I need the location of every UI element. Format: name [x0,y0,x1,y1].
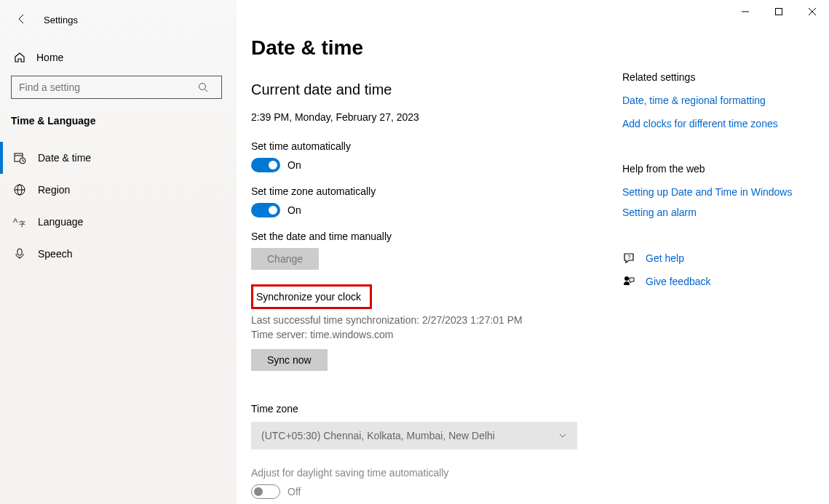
sync-now-button[interactable]: Sync now [251,349,328,371]
right-pane: Related settings Date, time & regional f… [622,36,829,504]
get-help-row[interactable]: ? Get help [622,252,829,265]
set-time-auto-label: Set time automatically [251,140,622,152]
home-nav[interactable]: Home [0,45,222,70]
link-help-datetime[interactable]: Setting up Date and Time in Windows [622,186,829,198]
main-content: Date & time Current date and time 2:39 P… [237,0,829,504]
current-datetime-heading: Current date and time [251,81,622,98]
give-feedback-row[interactable]: Give feedback [622,275,829,288]
language-icon: A字 [13,215,26,228]
set-zone-auto-state: On [287,204,301,216]
close-button[interactable] [796,0,829,23]
svg-point-15 [624,276,629,281]
home-icon [13,51,26,64]
search-icon [198,82,221,92]
maximize-button[interactable] [762,0,796,23]
nav-label: Language [38,216,83,228]
link-add-clocks[interactable]: Add clocks for different time zones [622,118,829,129]
dst-toggle [251,484,280,499]
nav-item-region[interactable]: Region [0,174,237,206]
svg-line-1 [205,89,208,92]
nav-label: Region [38,184,70,196]
related-settings-heading: Related settings [622,71,829,83]
sync-clock-heading: Synchronize your clock [251,284,372,309]
nav-label: Date & time [38,152,91,164]
svg-text:?: ? [627,254,631,260]
search-input[interactable] [12,81,198,93]
dst-label: Adjust for daylight saving time automati… [251,467,622,479]
calendar-clock-icon [13,151,26,164]
set-zone-auto-toggle[interactable] [251,203,280,217]
timezone-value: (UTC+05:30) Chennai, Kolkata, Mumbai, Ne… [261,430,495,441]
nav-label: Speech [38,248,72,260]
svg-point-0 [199,84,206,90]
link-help-alarm[interactable]: Setting an alarm [622,207,829,218]
svg-text:A: A [13,217,17,224]
search-box[interactable] [11,76,222,99]
back-button[interactable] [16,13,28,25]
help-chat-icon: ? [622,252,635,265]
set-time-auto-toggle[interactable] [251,158,280,172]
feedback-icon [622,275,635,288]
set-zone-auto-label: Set time zone automatically [251,185,622,197]
nav-item-speech[interactable]: Speech [0,238,237,270]
dst-state: Off [287,486,301,497]
category-heading: Time & Language [11,115,95,127]
chevron-down-icon [558,431,567,440]
window-title: Settings [44,15,78,25]
change-button: Change [251,248,319,270]
svg-rect-12 [17,249,22,255]
page-title: Date & time [251,36,622,60]
give-feedback-link[interactable]: Give feedback [646,276,711,287]
nav-item-date-time[interactable]: Date & time [0,142,237,174]
globe-icon [13,183,26,196]
sidebar: Settings Home Time & Language Date & tim… [0,0,237,504]
svg-rect-17 [776,9,782,15]
nav-item-language[interactable]: A字 Language [0,206,237,238]
nav-list: Date & time Region A字 Language Speech [0,142,237,270]
set-time-auto-state: On [287,159,301,171]
sync-last-text: Last successful time synchronization: 2/… [251,313,622,328]
link-regional-formatting[interactable]: Date, time & regional formatting [622,95,829,106]
home-label: Home [36,52,63,63]
window-controls [729,0,829,23]
timezone-label: Time zone [251,403,622,415]
manual-datetime-label: Set the date and time manually [251,231,622,242]
timezone-dropdown: (UTC+05:30) Chennai, Kolkata, Mumbai, Ne… [251,422,577,449]
svg-text:字: 字 [19,220,25,228]
microphone-icon [13,247,26,260]
help-web-heading: Help from the web [622,163,829,175]
minimize-button[interactable] [729,0,762,23]
current-datetime-value: 2:39 PM, Monday, February 27, 2023 [251,111,622,123]
get-help-link[interactable]: Get help [646,252,684,264]
sync-server-text: Time server: time.windows.com [251,328,622,343]
